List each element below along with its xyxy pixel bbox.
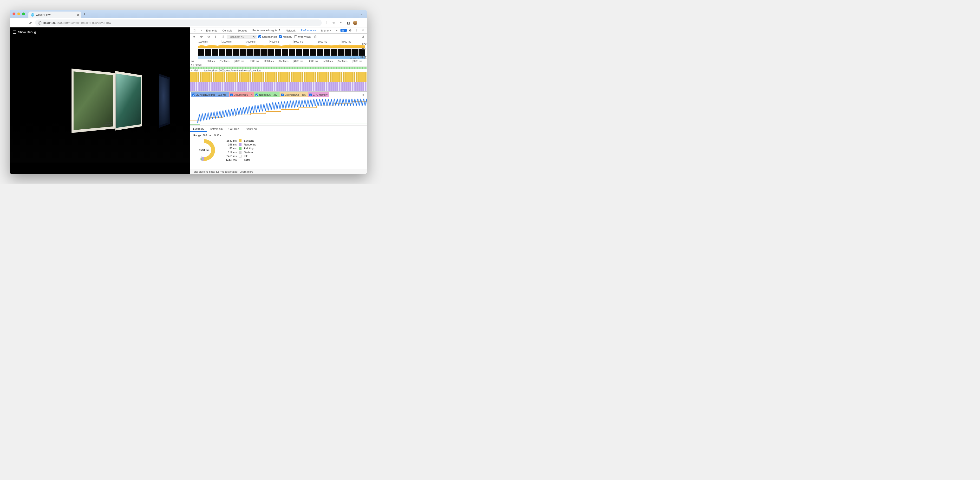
timeline-overview[interactable]: 1000 ms 2000 ms 3000 ms 4000 ms 5000 ms … [190, 40, 367, 60]
new-tab-button[interactable]: + [83, 12, 86, 16]
flame-chart[interactable] [190, 72, 367, 92]
filmstrip-frame[interactable] [331, 49, 337, 56]
filmstrip-frame[interactable] [240, 49, 246, 56]
close-devtools-icon[interactable]: ✕ [360, 28, 366, 33]
filmstrip-frame[interactable] [261, 49, 267, 56]
tab-calltree[interactable]: Call Tree [226, 126, 242, 131]
frames-track[interactable]: ▶Frames [190, 63, 367, 67]
main-track[interactable]: ▼Main — http://localhost:3000/demo/view-… [190, 69, 367, 72]
devtools-menu-icon[interactable]: ⋮ [354, 28, 359, 33]
screenshot-filmstrip[interactable] [198, 49, 365, 56]
learn-more-link[interactable]: Learn more [240, 170, 253, 173]
filmstrip-frame[interactable] [352, 49, 358, 56]
context-select[interactable]: localhost #1 [228, 35, 256, 39]
maximize-window-button[interactable] [22, 13, 25, 15]
tab-summary[interactable]: Summary [190, 126, 207, 132]
sidepanel-icon[interactable]: ◧ [346, 21, 351, 25]
filmstrip-frame[interactable] [275, 49, 281, 56]
expand-icon[interactable]: ▶ [191, 64, 192, 66]
delete-icon[interactable]: 🗑 [313, 34, 318, 39]
counter-heap[interactable]: JS Heap[12.8 MB – 17.8 MB] [191, 92, 229, 97]
inspect-element-icon[interactable]: ⬚ [191, 28, 197, 33]
filmstrip-frame[interactable] [205, 49, 211, 56]
filmstrip-frame[interactable] [324, 49, 330, 56]
swatch-scripting [239, 139, 242, 142]
counter-documents[interactable]: Documents[6 – 7] [229, 92, 254, 97]
tab-eventlog[interactable]: Event Log [242, 126, 260, 131]
filmstrip-frame[interactable] [212, 49, 218, 56]
cover-3[interactable] [159, 74, 170, 128]
save-profile-icon[interactable]: ⬇ [220, 34, 226, 39]
filmstrip-frame[interactable] [289, 49, 295, 56]
counter-gpu[interactable]: GPU Memory [308, 92, 329, 97]
collapse-icon[interactable]: ▼ [191, 70, 193, 72]
browser-tab[interactable]: 🌐 Cover Flow ✕ [29, 11, 81, 18]
extensions-icon[interactable]: ✦ [339, 21, 344, 25]
memory-checkbox[interactable]: Memory [279, 35, 292, 38]
webvitals-checkbox[interactable]: Web Vitals [294, 35, 310, 38]
filmstrip-frame[interactable] [198, 49, 204, 56]
tab-memory[interactable]: Memory [319, 28, 333, 33]
cover-1[interactable]: Volume One DAB RECORDS [72, 68, 115, 133]
filmstrip-frame[interactable] [310, 49, 316, 56]
tab-bottomup[interactable]: Bottom-Up [207, 126, 226, 131]
donut-center: 5568 ms [193, 139, 215, 161]
close-tab-button[interactable]: ✕ [77, 13, 80, 17]
performance-toolbar: ● ⟳ ⊘ ⬆ ⬇ localhost #1 Screenshots Memor… [190, 34, 367, 40]
filmstrip-frame[interactable] [253, 49, 260, 56]
screenshots-checkbox[interactable]: Screenshots [258, 35, 277, 38]
more-tabs-icon[interactable]: » [334, 28, 339, 33]
site-info-icon[interactable]: i [38, 21, 41, 25]
close-window-button[interactable] [13, 13, 16, 15]
tab-console[interactable]: Console [220, 28, 234, 33]
tab-elements[interactable]: Elements [204, 28, 220, 33]
cover-caption: Volume One DAB RECORDS [103, 122, 112, 126]
memory-graph[interactable] [190, 98, 367, 126]
filmstrip-frame[interactable] [303, 49, 309, 56]
reload-record-button[interactable]: ⟳ [199, 34, 204, 39]
device-toolbar-icon[interactable]: ▭ [198, 28, 203, 33]
timeline-ruler[interactable]: ms 1000 ms 1500 ms 2000 ms 2500 ms 3000 … [190, 60, 367, 63]
cover-2[interactable] [115, 71, 142, 131]
address-bar[interactable]: i localhost:3000/demo/view-timeline-css/… [35, 19, 322, 26]
coverflow-stage[interactable]: Volume One DAB RECORDS [10, 27, 190, 174]
minimize-window-button[interactable] [18, 13, 20, 15]
profile-avatar[interactable] [353, 21, 357, 25]
tab-network[interactable]: Network [284, 28, 298, 33]
counter-nodes[interactable]: Nodes[375 – 382] [254, 92, 280, 97]
issues-badge[interactable]: ▤1 [340, 29, 347, 32]
menu-icon[interactable]: ⋮ [360, 21, 364, 25]
filmstrip-frame[interactable] [219, 49, 225, 56]
browser-window: 🌐 Cover Flow ✕ + ⌄ ← → ⟳ i localhost:300… [10, 10, 367, 174]
filmstrip-frame[interactable] [345, 49, 351, 56]
filmstrip-frame[interactable] [317, 49, 323, 56]
filmstrip-frame[interactable] [358, 49, 365, 56]
clear-button[interactable]: ⊘ [206, 34, 211, 39]
back-button[interactable]: ← [12, 20, 18, 25]
tab-perf-insights[interactable]: Performance insights ⚗ [250, 28, 283, 33]
tab-performance[interactable]: Performance [299, 28, 318, 33]
forward-button[interactable]: → [20, 20, 25, 25]
tabs-overflow-icon[interactable]: ⌄ [360, 13, 363, 16]
reload-button[interactable]: ⟳ [27, 20, 33, 25]
capture-settings-icon[interactable]: ⚙ [360, 34, 366, 39]
settings-icon[interactable]: ⚙ [348, 28, 353, 33]
filmstrip-frame[interactable] [267, 49, 274, 56]
counter-listeners[interactable]: Listeners[163 – 355] [280, 92, 308, 97]
cpu-label: CPU [362, 43, 366, 45]
heap-range: 12.8 MB – 17.8 MB [350, 57, 366, 59]
frames-strip[interactable] [190, 67, 367, 69]
bookmark-icon[interactable]: ☆ [331, 21, 336, 25]
tab-sources[interactable]: Sources [235, 28, 249, 33]
share-icon[interactable]: ⇧ [324, 21, 329, 25]
record-button[interactable]: ● [191, 34, 197, 39]
filmstrip-frame[interactable] [247, 49, 253, 56]
filmstrip-frame[interactable] [296, 49, 302, 56]
filmstrip-frame[interactable] [232, 49, 239, 56]
page-viewport[interactable]: Show Debug Volume One DAB RECORDS [10, 27, 190, 174]
filmstrip-frame[interactable] [226, 49, 232, 56]
filmstrip-frame[interactable] [337, 49, 344, 56]
filmstrip-frame[interactable] [282, 49, 288, 56]
load-profile-icon[interactable]: ⬆ [213, 34, 218, 39]
counter-menu-icon[interactable]: ≡ [361, 92, 366, 97]
